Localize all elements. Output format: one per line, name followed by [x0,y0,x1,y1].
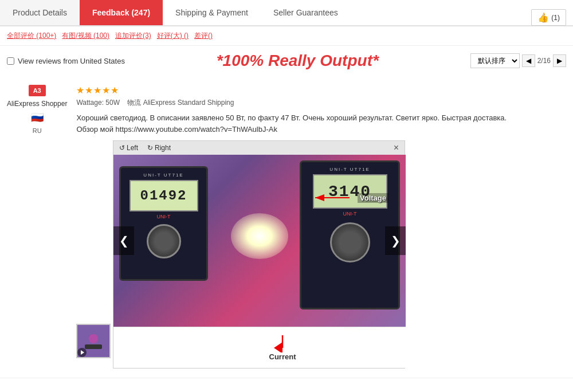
review-card: A3 AliExpress Shopper 🇷🇺 RU ★★★★★ 👍 (1) … [0,76,573,378]
rotate-left-label: Left [127,144,138,152]
meter-right-brand2: UNI-T [343,211,357,217]
prev-page-button[interactable]: ◀ [522,54,535,67]
tab-seller[interactable]: Seller Guarantees [261,0,351,25]
shipping-label: 物流 [127,99,141,107]
meter-right-brand: UNI-T UT71E [329,167,370,172]
wattage-label: Wattage: [76,99,104,107]
meter-left: UNI-T UT71E 01492 UNI-T [119,166,208,281]
lightbox-toolbar: ↺ Left ↻ Right × [113,141,405,155]
sort-select[interactable]: 默认排序 [470,53,520,68]
us-reviews-checkbox-label[interactable]: View reviews from United States [7,57,125,65]
reviewer-info: A3 AliExpress Shopper 🇷🇺 RU [7,85,67,369]
center-light [231,213,288,259]
next-page-button[interactable]: ▶ [553,54,566,67]
current-label: Current [269,352,296,361]
lightbox: ↺ Left ↻ Right × UNI-T UT71E 01492 UNI-T [113,140,405,369]
lightbox-close-button[interactable]: × [394,143,399,152]
watermark-text: *100% Really Output* [125,52,470,70]
filter-positive[interactable]: 好评(大) () [157,31,189,41]
shipping-value: AliExpress Standard Shipping [143,99,234,107]
sort-controls: 默认排序 ◀ 2/16 ▶ [470,53,566,68]
filter-additional[interactable]: 追加评价(3) [115,31,151,41]
filter-all[interactable]: 全部评价 (100+) [7,31,56,41]
rotate-left-button[interactable]: ↺ Left [119,144,138,152]
lightbox-prev-button[interactable]: ❮ [113,226,134,255]
review-meta: Wattage: 50W 物流 AliExpress Standard Ship… [76,98,566,108]
tab-product-details[interactable]: Product Details [0,0,80,25]
voltage-label: Voltage [358,193,388,203]
helpful-button[interactable]: 👍 (1) [531,9,566,26]
lightbox-caption: Current [113,327,406,368]
review-thumbnail-container [76,324,111,358]
meter-left-brand2: UNI-T [157,214,171,219]
lightbox-next-button[interactable]: ❯ [385,226,406,255]
rotate-right-button[interactable]: ↻ Right [147,144,171,152]
svg-rect-2 [85,344,102,349]
review-body: ★★★★★ 👍 (1) Wattage: 50W 物流 AliExpress S… [76,85,566,369]
filter-negative[interactable]: 差评() [194,31,213,41]
page-info: 2/16 [537,57,551,65]
rotate-left-icon: ↺ [119,144,125,152]
review-stars: ★★★★★ [76,85,119,96]
reviewer-flag: 🇷🇺 [31,111,44,124]
controls-row: View reviews from United States *100% Re… [0,46,573,76]
thumbs-up-icon: 👍 [537,12,549,23]
meter-left-display: 01492 [129,180,198,211]
rotate-right-icon: ↻ [147,144,153,152]
current-annotation: Current [269,352,296,361]
lightbox-image: UNI-T UT71E 01492 UNI-T UNI-T UT71E 3140… [113,155,406,327]
reviewer-name: AliExpress Shopper [7,100,67,108]
tab-feedback[interactable]: Feedback (247) [80,0,163,25]
us-reviews-label: View reviews from United States [18,57,125,65]
rotate-right-label: Right [155,144,171,152]
filter-images[interactable]: 有图/视频 (100) [62,31,109,41]
review-text: Хороший светодиод. В описании заявлено 5… [76,112,566,135]
svg-point-1 [89,334,98,343]
meter-left-brand: UNI-T UT71E [143,173,183,178]
reviewer-country: RU [33,127,42,134]
tab-shipping[interactable]: Shipping & Payment [163,0,261,25]
voltage-annotation: Voltage [309,189,388,206]
avatar-badge: A3 [29,85,46,96]
tab-bar: Product Details Feedback (247) Shipping … [0,0,573,26]
filter-row: 全部评价 (100+) 有图/视频 (100) 追加评价(3) 好评(大) ()… [0,26,573,46]
us-reviews-checkbox[interactable] [7,57,14,65]
wattage-value: 50W [105,99,120,107]
helpful-count: (1) [551,14,560,22]
